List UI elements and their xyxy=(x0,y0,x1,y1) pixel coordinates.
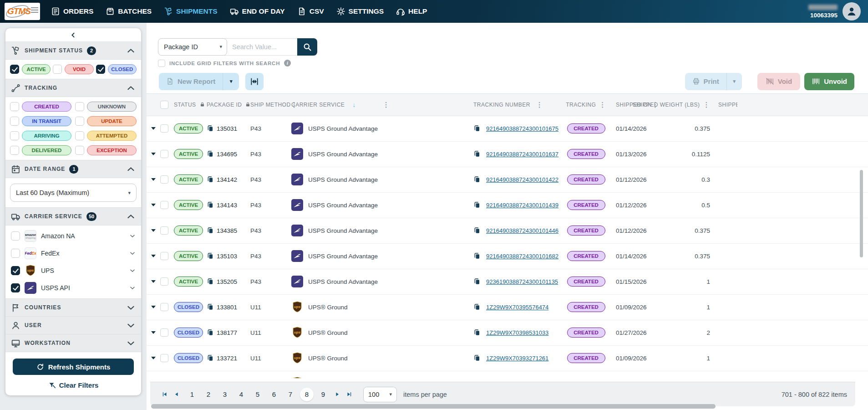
filter-checkbox[interactable] xyxy=(10,146,19,155)
tracking-number-link[interactable]: 9216490388724300101422 xyxy=(486,176,558,183)
filter-checkbox[interactable] xyxy=(96,65,105,74)
page-button-9[interactable]: 9 xyxy=(316,388,330,401)
filter-pill-exception[interactable]: EXCEPTION xyxy=(87,145,137,155)
next-page-button[interactable] xyxy=(331,389,343,400)
row-checkbox[interactable] xyxy=(160,277,168,286)
row-checkbox[interactable] xyxy=(160,150,168,158)
nav-item-settings[interactable]: SETTINGS xyxy=(336,7,384,16)
page-button-6[interactable]: 6 xyxy=(267,388,281,401)
filter-pill-active[interactable]: ACTIVE xyxy=(22,64,51,74)
carrier-filter-ups[interactable]: ups UPS xyxy=(5,262,141,279)
row-checkbox[interactable] xyxy=(160,354,168,362)
clear-filters-button[interactable]: Clear Filters xyxy=(5,376,141,395)
date-range-select[interactable]: Last 60 Days (Maximum) ▾ xyxy=(10,184,137,202)
copy-icon[interactable] xyxy=(473,125,481,132)
tracking-number-link[interactable]: 9216490388724300101682 xyxy=(486,253,558,260)
nav-item-end-of-day[interactable]: END OF DAY xyxy=(230,7,285,16)
row-checkbox[interactable] xyxy=(160,124,168,133)
page-size-select[interactable]: 100 ▾ xyxy=(363,387,397,402)
column-header-carrier[interactable]: CARRIER SERVICE↓⋮ xyxy=(287,94,473,116)
row-expander[interactable] xyxy=(151,357,156,359)
copy-icon[interactable] xyxy=(207,329,214,336)
tracking-number-link[interactable]: 9236190388724300101135 xyxy=(486,278,558,285)
copy-icon[interactable] xyxy=(207,176,214,183)
section-countries[interactable]: COUNTRIES xyxy=(5,299,141,317)
copy-icon[interactable] xyxy=(207,354,214,362)
carrier-checkbox[interactable] xyxy=(11,266,20,275)
tracking-number-link[interactable]: 9216490388724300101439 xyxy=(486,202,558,209)
column-header-status[interactable]: STATUS xyxy=(172,94,207,116)
column-header-method[interactable]: SHIP METHOD⋮ xyxy=(247,94,287,116)
avatar[interactable] xyxy=(843,2,861,20)
copy-icon[interactable] xyxy=(473,150,481,158)
page-button-5[interactable]: 5 xyxy=(251,388,264,401)
copy-icon[interactable] xyxy=(207,278,214,285)
vertical-scrollbar[interactable] xyxy=(860,170,863,257)
tracking-number-link[interactable]: 9216490388724300101675 xyxy=(486,125,558,132)
search-category-select[interactable]: Package ID ▾ xyxy=(158,38,227,56)
copy-icon[interactable] xyxy=(207,201,214,209)
section-shipment-status[interactable]: SHIPMENT STATUS 2 xyxy=(5,42,141,60)
column-header-trknum[interactable]: TRACKING NUMBER⋮ xyxy=(473,94,560,116)
tracking-number-link[interactable]: 1Z29W9X70393271261 xyxy=(486,355,548,362)
section-tracking[interactable]: TRACKING xyxy=(5,79,141,97)
copy-icon[interactable] xyxy=(473,227,481,234)
last-page-button[interactable] xyxy=(343,389,355,400)
copy-icon[interactable] xyxy=(473,201,481,209)
column-menu-icon[interactable]: ⋮ xyxy=(599,101,606,109)
filter-pill-void[interactable]: VOID xyxy=(65,64,93,74)
new-report-button[interactable]: New Report xyxy=(159,73,223,90)
search-input[interactable] xyxy=(224,38,297,56)
column-header-shipped[interactable]: SHIPPED xyxy=(715,94,737,116)
filter-pill-intransit[interactable]: IN TRANSIT xyxy=(22,116,71,126)
filter-checkbox[interactable] xyxy=(10,102,19,111)
section-date-range[interactable]: DATE RANGE 1 xyxy=(5,160,141,178)
carrier-filter-fedex[interactable]: FedEx FedEx xyxy=(5,245,141,262)
row-expander[interactable] xyxy=(151,229,156,232)
filter-pill-delivered[interactable]: DELIVERED xyxy=(22,145,71,155)
search-button[interactable] xyxy=(297,38,317,56)
filter-pill-attempted[interactable]: ATTEMPTED xyxy=(87,131,137,141)
refresh-shipments-button[interactable]: Refresh Shipments xyxy=(13,359,134,375)
nav-item-batches[interactable]: BATCHES xyxy=(106,7,152,16)
page-button-2[interactable]: 2 xyxy=(202,388,215,401)
row-checkbox[interactable] xyxy=(160,252,168,260)
tracking-number-link[interactable]: 9216490388724300101446 xyxy=(486,227,558,234)
page-button-7[interactable]: 7 xyxy=(284,388,297,401)
row-expander[interactable] xyxy=(151,306,156,308)
copy-icon[interactable] xyxy=(473,303,481,311)
section-carrier-service[interactable]: CARRIER SERVICE 50 xyxy=(5,208,141,226)
row-expander[interactable] xyxy=(151,127,156,130)
column-header-weight[interactable]: SHIPPED WEIGHT (LBS)⋮ xyxy=(658,94,715,116)
column-header-tracking[interactable]: TRACKING⋮ xyxy=(560,94,612,116)
filter-checkbox[interactable] xyxy=(10,117,19,126)
nav-item-orders[interactable]: ORDERS xyxy=(51,7,93,16)
copy-icon[interactable] xyxy=(207,125,214,132)
copy-icon[interactable] xyxy=(473,278,481,285)
print-button[interactable]: Print xyxy=(685,73,726,90)
filter-pill-created[interactable]: CREATED xyxy=(22,102,71,112)
copy-icon[interactable] xyxy=(207,303,214,311)
filter-checkbox[interactable] xyxy=(10,65,19,74)
row-expander[interactable] xyxy=(151,280,156,283)
print-dropdown-button[interactable]: ▾ xyxy=(726,73,742,90)
row-expander[interactable] xyxy=(151,204,156,206)
tracking-number-link[interactable]: 1Z29W9X70398531033 xyxy=(486,329,548,336)
filter-checkbox[interactable] xyxy=(75,117,84,126)
carrier-checkbox[interactable] xyxy=(11,249,20,258)
row-checkbox[interactable] xyxy=(160,201,168,209)
first-page-button[interactable] xyxy=(158,389,170,400)
filter-checkbox[interactable] xyxy=(75,102,84,111)
row-checkbox[interactable] xyxy=(160,303,168,311)
filter-pill-closed[interactable]: CLOSED xyxy=(108,64,137,74)
section-user[interactable]: USER xyxy=(5,317,141,334)
column-menu-icon[interactable]: ⋮ xyxy=(536,101,543,109)
filter-pill-update[interactable]: UPDATE xyxy=(87,116,137,126)
column-menu-icon[interactable]: ⋮ xyxy=(383,101,390,109)
row-expander[interactable] xyxy=(151,331,156,334)
row-checkbox[interactable] xyxy=(160,226,168,235)
page-button-3[interactable]: 3 xyxy=(218,388,232,401)
page-button-1[interactable]: 1 xyxy=(185,388,199,401)
carrier-filter-amazon-na[interactable]: amazonshipping Amazon NA xyxy=(5,227,141,245)
filter-checkbox[interactable] xyxy=(10,131,19,140)
